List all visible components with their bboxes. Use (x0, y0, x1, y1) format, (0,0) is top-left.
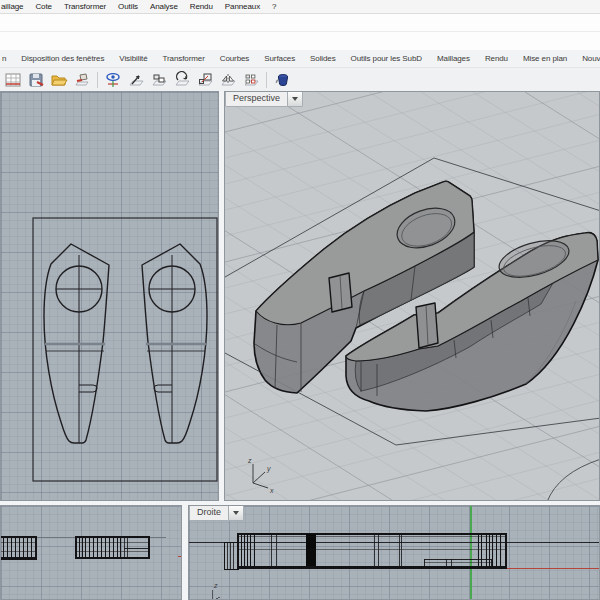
menu-item[interactable]: Outils (112, 2, 144, 11)
axis-label-z: z (213, 582, 218, 589)
copy-icon[interactable] (149, 70, 169, 90)
move-icon[interactable] (126, 70, 146, 90)
axis-gizmo (253, 464, 268, 488)
perspective-geometry: z y x (225, 92, 600, 501)
toolbar-tab[interactable]: Rendu (477, 54, 515, 63)
toolbar-tab[interactable]: Disposition des fenêtres (14, 54, 112, 63)
front-view-geometry (1, 506, 182, 600)
viewport-perspective[interactable]: z y x Perspective (224, 91, 600, 501)
toolbar-tab[interactable]: Mise en plan (515, 54, 574, 63)
viewport-area: z y x Perspective (0, 91, 600, 600)
visibility-icon[interactable] (103, 70, 123, 90)
scale-icon[interactable] (195, 70, 215, 90)
axis-label-y: y (266, 465, 271, 473)
viewport-menu-button[interactable] (288, 92, 303, 107)
curve-handle-right (142, 244, 207, 443)
chevron-down-icon (292, 97, 298, 101)
menu-item[interactable]: Cote (29, 2, 58, 11)
viewport-title-label[interactable]: Droite (189, 506, 229, 521)
menu-item[interactable]: aillage (0, 2, 29, 11)
command-area[interactable] (0, 14, 600, 50)
right-view-geometry: z (189, 506, 600, 600)
paint-bucket-icon[interactable] (272, 70, 292, 90)
menu-item[interactable]: Panneaux (219, 2, 266, 11)
toolbar-tab[interactable]: Solides (303, 54, 344, 63)
axis-label-x: x (269, 487, 274, 494)
toolbar-separator (266, 72, 267, 88)
erase-icon[interactable] (72, 70, 92, 90)
toolbar-tab[interactable]: Outils pour les SubD (343, 54, 429, 63)
viewport-front[interactable] (0, 505, 182, 600)
menu-item[interactable]: Rendu (184, 2, 219, 11)
menu-item[interactable]: ? (266, 2, 282, 11)
viewport-top[interactable] (0, 91, 219, 501)
rhino-window: aillageCoteTransformerOutilsAnalyseRendu… (0, 0, 600, 600)
viewport-title-droite[interactable]: Droite (189, 506, 244, 521)
toolbar-tab[interactable]: Transformer (155, 54, 212, 63)
curve-handle-left (44, 244, 109, 443)
mirror-icon[interactable] (218, 70, 238, 90)
toolbar-tabs: nDisposition des fenêtresVisibilitéTrans… (0, 50, 600, 68)
main-toolbar (0, 68, 600, 91)
toolbar-tab[interactable]: Nouvea (575, 54, 600, 63)
array-icon[interactable] (241, 70, 261, 90)
menu-item[interactable]: Analyse (144, 2, 184, 11)
save-icon[interactable] (26, 70, 46, 90)
axis-label-z: z (247, 457, 252, 464)
rotate-icon[interactable] (172, 70, 192, 90)
command-prompt-input[interactable] (0, 32, 600, 49)
toolbar-tab[interactable]: Surfaces (257, 54, 303, 63)
chevron-down-icon (233, 511, 239, 515)
menu-bar: aillageCoteTransformerOutilsAnalyseRendu… (0, 0, 600, 14)
viewport-right[interactable]: z Droite (188, 505, 600, 600)
toolbar-tab[interactable]: Maillages (429, 54, 477, 63)
toolbar-tab[interactable]: Courbes (212, 54, 257, 63)
open-icon[interactable] (49, 70, 69, 90)
toolbar-tab[interactable]: Visibilité (112, 54, 155, 63)
viewport-title-label[interactable]: Perspective (225, 92, 288, 107)
command-history (0, 14, 600, 32)
viewport-title-perspective[interactable]: Perspective (225, 92, 303, 107)
viewport-menu-button[interactable] (229, 506, 244, 521)
toolbar-separator (97, 72, 98, 88)
viewport-layout-icon[interactable] (3, 70, 23, 90)
toolbar-tab[interactable]: n (0, 54, 14, 63)
top-view-geometry (1, 92, 219, 501)
menu-item[interactable]: Transformer (58, 2, 112, 11)
axis-gizmo (212, 590, 220, 600)
